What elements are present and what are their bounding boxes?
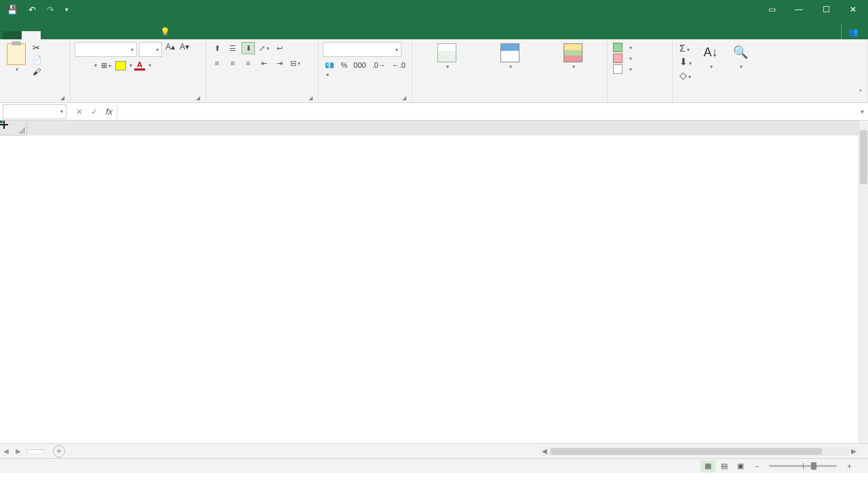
group-styles-label — [416, 100, 603, 101]
add-sheet-icon[interactable]: ＋ — [53, 445, 65, 458]
font-size-combo[interactable]: ▾ — [139, 42, 162, 57]
minimize-icon[interactable]: ― — [787, 2, 811, 17]
tell-me-input[interactable] — [173, 27, 281, 37]
horizontal-scroll-thumb[interactable] — [551, 448, 822, 455]
align-bottom-icon[interactable]: ⬇ — [241, 42, 255, 54]
formula-bar: ▾ ✕ ✓ fx ▾ — [0, 103, 868, 121]
qat-dropdown-icon[interactable]: ▾ — [62, 5, 71, 14]
zoom-thumb[interactable] — [811, 462, 816, 470]
italic-button[interactable] — [81, 65, 85, 66]
vertical-scrollbar[interactable] — [859, 121, 868, 443]
sheet-nav-prev-icon[interactable]: ◀ — [0, 447, 12, 455]
font-name-combo[interactable]: ▾ — [75, 42, 137, 57]
zoom-out-icon[interactable]: − — [749, 460, 764, 472]
paste-icon — [7, 43, 26, 65]
sheet-nav-next-icon[interactable]: ▶ — [12, 447, 24, 455]
expand-formula-bar-icon[interactable]: ▾ — [856, 108, 868, 115]
find-select-button[interactable]: 🔍▾ — [727, 42, 754, 72]
align-left-icon[interactable]: ≡ — [210, 57, 224, 69]
sheet-tab-1[interactable] — [27, 449, 45, 453]
undo-icon[interactable]: ↶ — [26, 3, 39, 16]
increase-indent-icon[interactable]: ⇥ — [273, 57, 286, 69]
bold-button[interactable] — [75, 65, 79, 66]
fill-icon[interactable]: ⬇▾ — [677, 56, 694, 68]
paste-button[interactable]: ▾ — [4, 42, 28, 74]
normal-view-icon[interactable]: ▦ — [701, 460, 715, 472]
save-icon[interactable]: 💾 — [4, 3, 20, 16]
delete-cells-button[interactable]: ▾ — [612, 53, 668, 64]
format-painter-icon[interactable]: 🖌 — [31, 66, 43, 77]
percent-icon[interactable]: % — [338, 60, 349, 79]
find-icon: 🔍 — [731, 43, 750, 62]
horizontal-scrollbar[interactable]: ◀ ▶ — [540, 447, 859, 456]
cancel-formula-icon[interactable]: ✕ — [72, 107, 87, 117]
align-right-icon[interactable]: ≡ — [241, 57, 255, 69]
cut-icon[interactable]: ✂ — [31, 42, 43, 54]
conditional-formatting-button[interactable]: ▾ — [433, 42, 460, 72]
zoom-slider[interactable] — [769, 465, 837, 467]
number-format-combo[interactable]: ▾ — [323, 42, 401, 57]
decrease-indent-icon[interactable]: ⇤ — [257, 57, 271, 69]
maximize-icon[interactable]: ☐ — [814, 2, 838, 17]
cell-styles-button[interactable]: ▾ — [559, 42, 587, 72]
increase-decimal-icon[interactable]: .0→ — [370, 60, 388, 79]
fill-color-icon[interactable] — [115, 61, 126, 70]
share-button[interactable]: 👥 — [841, 24, 868, 39]
hscroll-right-icon[interactable]: ▶ — [849, 447, 859, 455]
accounting-icon[interactable]: 💶▾ — [323, 60, 336, 79]
clipboard-dialog-icon[interactable]: ◢ — [60, 95, 64, 101]
borders-icon[interactable]: ⊞▾ — [99, 60, 113, 71]
tab-layout[interactable] — [60, 31, 79, 39]
copy-icon[interactable]: 📄 — [31, 55, 43, 65]
clear-icon[interactable]: ◇▾ — [677, 69, 694, 81]
tab-review[interactable] — [117, 31, 136, 39]
page-break-view-icon[interactable]: ▣ — [733, 460, 748, 472]
number-dialog-icon[interactable]: ◢ — [402, 95, 406, 101]
autosum-icon[interactable]: Σ▾ — [677, 42, 694, 54]
align-center-icon[interactable]: ≡ — [226, 57, 239, 69]
format-as-table-button[interactable]: ▾ — [496, 42, 524, 72]
tab-data[interactable] — [98, 31, 117, 39]
tab-insert[interactable] — [41, 31, 60, 39]
wrap-text-icon[interactable]: ↩ — [273, 42, 286, 54]
tell-me[interactable]: 💡 — [155, 24, 287, 39]
grow-font-icon[interactable]: A▴ — [164, 42, 176, 57]
table-icon — [500, 43, 519, 62]
tab-view[interactable] — [136, 31, 155, 39]
hscroll-left-icon[interactable]: ◀ — [540, 447, 549, 455]
cell-styles-icon — [564, 43, 583, 62]
vertical-scroll-thumb[interactable] — [860, 130, 867, 184]
tab-file[interactable] — [3, 31, 22, 39]
select-all-corner[interactable] — [0, 121, 27, 136]
account-signin[interactable] — [827, 34, 841, 39]
enter-formula-icon[interactable]: ✓ — [87, 107, 102, 117]
tab-home[interactable] — [22, 31, 41, 39]
comma-icon[interactable]: 000 — [351, 60, 368, 79]
orientation-icon[interactable]: ⤢▾ — [257, 42, 271, 54]
alignment-dialog-icon[interactable]: ◢ — [309, 95, 313, 101]
tab-formulas[interactable] — [79, 31, 98, 39]
underline-button[interactable] — [87, 65, 91, 66]
font-color-icon[interactable]: A — [134, 61, 145, 70]
fx-icon[interactable]: fx — [102, 106, 117, 117]
formula-input[interactable] — [117, 104, 856, 119]
zoom-in-icon[interactable]: ＋ — [842, 460, 856, 472]
close-icon[interactable]: ✕ — [841, 2, 865, 17]
ribbon-display-icon[interactable]: ▭ — [760, 2, 784, 17]
sort-filter-button[interactable]: A↓▾ — [697, 42, 724, 72]
group-editing-label — [677, 100, 863, 101]
shrink-font-icon[interactable]: A▾ — [178, 42, 191, 57]
align-top-icon[interactable]: ⬆ — [210, 42, 224, 54]
page-layout-view-icon[interactable]: ▤ — [717, 460, 732, 472]
sheet-tab-bar: ◀ ▶ ＋ ◀ ▶ — [0, 443, 868, 458]
group-cells-label — [612, 100, 668, 101]
merge-icon[interactable]: ⊟▾ — [288, 57, 302, 69]
insert-cells-button[interactable]: ▾ — [612, 42, 668, 53]
format-cells-button[interactable]: ▾ — [612, 64, 668, 75]
decrease-decimal-icon[interactable]: ←.0 — [390, 60, 408, 79]
align-middle-icon[interactable]: ☰ — [226, 42, 239, 54]
redo-icon[interactable]: ↷ — [44, 3, 57, 16]
collapse-ribbon-icon[interactable]: ˄ — [859, 89, 863, 98]
name-box[interactable]: ▾ — [3, 104, 66, 119]
font-dialog-icon[interactable]: ◢ — [196, 95, 200, 101]
